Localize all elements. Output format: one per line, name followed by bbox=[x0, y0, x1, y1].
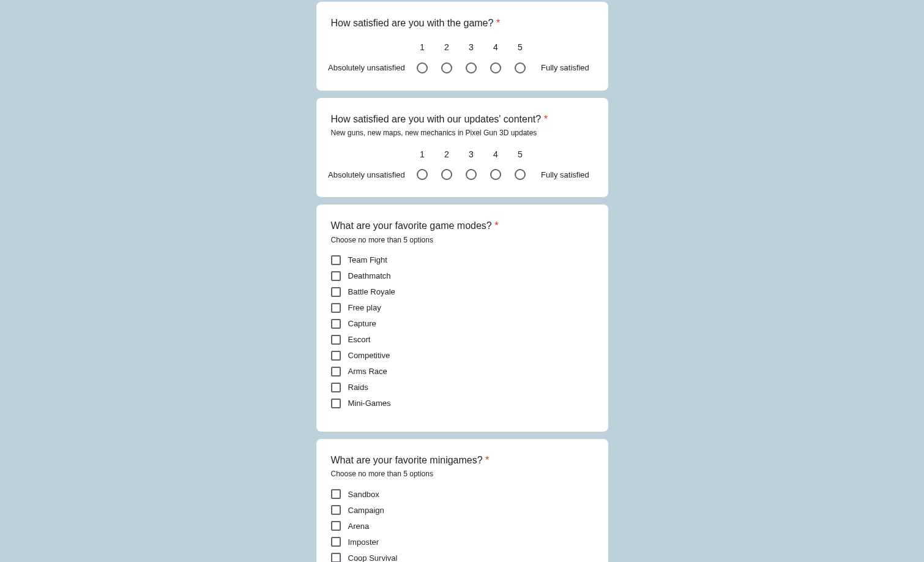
checkbox-icon bbox=[331, 383, 341, 392]
scale-radio-2[interactable] bbox=[441, 169, 452, 180]
scale-numbers-row: 1 2 3 4 5 bbox=[331, 42, 594, 52]
checkbox-icon bbox=[331, 537, 341, 547]
checkbox-option[interactable]: Free play bbox=[331, 303, 594, 313]
scale-number: 1 bbox=[410, 42, 434, 52]
required-marker: * bbox=[544, 114, 548, 124]
option-label: Arms Race bbox=[348, 367, 387, 376]
checkbox-option[interactable]: Arena bbox=[331, 521, 594, 531]
checkbox-option[interactable]: Team Fight bbox=[331, 255, 594, 265]
required-marker: * bbox=[485, 455, 489, 465]
option-label: Battle Royale bbox=[348, 287, 395, 296]
option-label: Arena bbox=[348, 522, 370, 531]
checkbox-icon bbox=[331, 271, 341, 281]
checkbox-option[interactable]: Coop Survival bbox=[331, 553, 594, 562]
option-label: Coop Survival bbox=[348, 553, 398, 562]
scale-radios-row: Absolutely unsatisfied Fully satisfied bbox=[331, 169, 594, 180]
option-label: Competitive bbox=[348, 351, 390, 360]
question-card-favorite-modes: What are your favorite game modes? * Cho… bbox=[316, 204, 608, 431]
scale-number: 1 bbox=[410, 149, 434, 159]
checkbox-option[interactable]: Escort bbox=[331, 335, 594, 345]
required-marker: * bbox=[494, 220, 498, 231]
question-description: New guns, new maps, new mechanics in Pix… bbox=[331, 129, 594, 137]
question-title: What are your favorite game modes? * bbox=[331, 219, 594, 233]
scale-radio-3[interactable] bbox=[466, 169, 477, 180]
scale-high-label: Fully satisfied bbox=[541, 63, 596, 72]
checkbox-icon bbox=[331, 489, 341, 499]
scale-number: 3 bbox=[459, 42, 483, 52]
checkbox-list: Sandbox Campaign Arena Imposter Coop Sur… bbox=[331, 489, 594, 562]
question-title-text: What are your favorite game modes? bbox=[331, 220, 492, 231]
scale-number: 4 bbox=[483, 42, 508, 52]
question-title-text: How satisfied are you with the game? bbox=[331, 18, 494, 28]
question-title-text: How satisfied are you with our updates' … bbox=[331, 114, 542, 124]
scale-radio-4[interactable] bbox=[490, 169, 501, 180]
scale-number: 5 bbox=[508, 149, 532, 159]
question-description: Choose no more than 5 options bbox=[331, 236, 594, 244]
checkbox-option[interactable]: Deathmatch bbox=[331, 271, 594, 281]
checkbox-icon bbox=[331, 505, 341, 515]
checkbox-list: Team Fight Deathmatch Battle Royale Free… bbox=[331, 255, 594, 408]
scale-number: 3 bbox=[459, 149, 483, 159]
checkbox-option[interactable]: Battle Royale bbox=[331, 287, 594, 297]
checkbox-icon bbox=[331, 351, 341, 361]
scale-high-label: Fully satisfied bbox=[541, 170, 596, 179]
form-container: How satisfied are you with the game? * 1… bbox=[316, 0, 608, 562]
scale-number: 2 bbox=[434, 149, 459, 159]
scale-radios-row: Absolutely unsatisfied Fully satisfied bbox=[331, 62, 594, 73]
checkbox-option[interactable]: Capture bbox=[331, 319, 594, 329]
question-title: How satisfied are you with the game? * bbox=[331, 17, 594, 30]
question-card-satisfaction-updates: How satisfied are you with our updates' … bbox=[316, 98, 608, 198]
question-card-favorite-minigames: What are your favorite minigames? * Choo… bbox=[316, 439, 608, 562]
linear-scale: 1 2 3 4 5 Absolutely unsatisfied Fully bbox=[331, 42, 594, 73]
scale-numbers-row: 1 2 3 4 5 bbox=[331, 149, 594, 159]
checkbox-icon bbox=[331, 399, 341, 408]
option-label: Team Fight bbox=[348, 255, 387, 264]
checkbox-option[interactable]: Mini-Games bbox=[331, 399, 594, 408]
scale-radio-5[interactable] bbox=[515, 169, 526, 180]
checkbox-icon bbox=[331, 287, 341, 297]
scale-radio-5[interactable] bbox=[515, 62, 526, 73]
required-marker: * bbox=[496, 18, 500, 28]
checkbox-option[interactable]: Imposter bbox=[331, 537, 594, 547]
checkbox-option[interactable]: Arms Race bbox=[331, 367, 594, 377]
scale-radio-2[interactable] bbox=[441, 62, 452, 73]
checkbox-icon bbox=[331, 335, 341, 345]
question-card-satisfaction-game: How satisfied are you with the game? * 1… bbox=[316, 2, 608, 91]
scale-radio-3[interactable] bbox=[466, 62, 477, 73]
checkbox-icon bbox=[331, 367, 341, 377]
option-label: Free play bbox=[348, 303, 381, 312]
option-label: Escort bbox=[348, 335, 371, 344]
checkbox-icon bbox=[331, 553, 341, 562]
scale-number: 2 bbox=[434, 42, 459, 52]
question-title: What are your favorite minigames? * bbox=[331, 454, 594, 467]
scale-number: 4 bbox=[483, 149, 508, 159]
option-label: Sandbox bbox=[348, 490, 379, 499]
scale-low-label: Absolutely unsatisfied bbox=[328, 63, 401, 72]
checkbox-icon bbox=[331, 255, 341, 265]
scale-number: 5 bbox=[508, 42, 532, 52]
scale-radio-1[interactable] bbox=[417, 169, 428, 180]
option-label: Imposter bbox=[348, 538, 379, 547]
scale-radio-4[interactable] bbox=[490, 62, 501, 73]
linear-scale: 1 2 3 4 5 Absolutely unsatisfied Fully bbox=[331, 149, 594, 180]
checkbox-option[interactable]: Sandbox bbox=[331, 489, 594, 499]
question-description: Choose no more than 5 options bbox=[331, 470, 594, 478]
question-title-text: What are your favorite minigames? bbox=[331, 455, 483, 465]
option-label: Capture bbox=[348, 319, 376, 328]
checkbox-icon bbox=[331, 521, 341, 531]
question-title: How satisfied are you with our updates' … bbox=[331, 113, 594, 126]
scale-low-label: Absolutely unsatisfied bbox=[328, 170, 401, 179]
scale-radio-1[interactable] bbox=[417, 62, 428, 73]
checkbox-icon bbox=[331, 303, 341, 313]
option-label: Mini-Games bbox=[348, 399, 391, 408]
option-label: Campaign bbox=[348, 506, 384, 515]
checkbox-option[interactable]: Raids bbox=[331, 383, 594, 392]
checkbox-option[interactable]: Campaign bbox=[331, 505, 594, 515]
checkbox-option[interactable]: Competitive bbox=[331, 351, 594, 361]
option-label: Deathmatch bbox=[348, 271, 391, 280]
checkbox-icon bbox=[331, 319, 341, 329]
option-label: Raids bbox=[348, 383, 368, 392]
